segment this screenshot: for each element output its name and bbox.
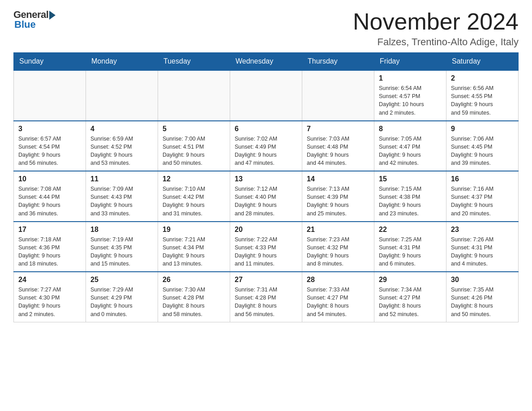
day-info: Sunrise: 7:29 AMSunset: 4:29 PMDaylight:… [90,286,153,318]
week-row-5: 24Sunrise: 7:27 AMSunset: 4:30 PMDayligh… [14,272,519,322]
calendar-cell: 22Sunrise: 7:25 AMSunset: 4:31 PMDayligh… [374,222,446,272]
day-number: 24 [18,276,81,284]
day-info: Sunrise: 7:34 AMSunset: 4:27 PMDaylight:… [379,286,442,318]
day-info: Sunrise: 6:56 AMSunset: 4:55 PMDaylight:… [451,84,514,117]
calendar-cell [158,70,230,121]
day-number: 2 [451,74,514,82]
calendar-cell: 5Sunrise: 7:00 AMSunset: 4:51 PMDaylight… [158,121,230,171]
calendar-cell: 27Sunrise: 7:31 AMSunset: 4:28 PMDayligh… [230,272,302,322]
day-info: Sunrise: 7:02 AMSunset: 4:49 PMDaylight:… [235,135,297,167]
day-number: 15 [379,175,442,183]
week-row-4: 17Sunrise: 7:18 AMSunset: 4:36 PMDayligh… [14,222,519,272]
location-subtitle: Falzes, Trentino-Alto Adige, Italy [353,36,519,48]
week-row-1: 1Sunrise: 6:54 AMSunset: 4:57 PMDaylight… [14,70,519,121]
calendar-cell: 19Sunrise: 7:21 AMSunset: 4:34 PMDayligh… [158,222,230,272]
column-header-wednesday: Wednesday [230,53,302,71]
calendar-cell: 12Sunrise: 7:10 AMSunset: 4:42 PMDayligh… [158,171,230,222]
page-header: General Blue November 2024 Falzes, Trent… [13,9,519,48]
column-header-saturday: Saturday [446,53,519,71]
calendar-cell: 28Sunrise: 7:33 AMSunset: 4:27 PMDayligh… [302,272,374,322]
week-row-3: 10Sunrise: 7:08 AMSunset: 4:44 PMDayligh… [14,171,519,222]
day-info: Sunrise: 7:30 AMSunset: 4:28 PMDaylight:… [163,286,225,318]
day-info: Sunrise: 7:06 AMSunset: 4:45 PMDaylight:… [451,135,514,167]
day-number: 29 [379,276,442,284]
day-number: 6 [235,125,297,133]
day-info: Sunrise: 7:19 AMSunset: 4:35 PMDaylight:… [90,235,153,268]
calendar-cell [14,70,86,121]
calendar-cell: 3Sunrise: 6:57 AMSunset: 4:54 PMDaylight… [14,121,86,171]
day-info: Sunrise: 7:12 AMSunset: 4:40 PMDaylight:… [235,185,297,218]
day-info: Sunrise: 7:10 AMSunset: 4:42 PMDaylight:… [163,185,225,218]
day-info: Sunrise: 7:15 AMSunset: 4:38 PMDaylight:… [379,185,442,218]
day-info: Sunrise: 7:35 AMSunset: 4:26 PMDaylight:… [451,286,514,318]
calendar-cell: 13Sunrise: 7:12 AMSunset: 4:40 PMDayligh… [230,171,302,222]
calendar-cell: 2Sunrise: 6:56 AMSunset: 4:55 PMDaylight… [446,70,519,121]
day-number: 22 [379,226,442,234]
logo: General Blue [13,9,56,30]
calendar-cell: 17Sunrise: 7:18 AMSunset: 4:36 PMDayligh… [14,222,86,272]
day-info: Sunrise: 7:26 AMSunset: 4:31 PMDaylight:… [451,235,514,268]
day-number: 27 [235,276,297,284]
day-number: 28 [307,276,369,284]
calendar-cell: 16Sunrise: 7:16 AMSunset: 4:37 PMDayligh… [446,171,519,222]
column-header-sunday: Sunday [14,53,86,71]
day-info: Sunrise: 6:54 AMSunset: 4:57 PMDaylight:… [379,84,442,117]
day-info: Sunrise: 7:23 AMSunset: 4:32 PMDaylight:… [307,235,369,268]
day-info: Sunrise: 7:27 AMSunset: 4:30 PMDaylight:… [18,286,81,318]
day-info: Sunrise: 7:09 AMSunset: 4:43 PMDaylight:… [90,185,153,218]
calendar-cell: 30Sunrise: 7:35 AMSunset: 4:26 PMDayligh… [446,272,519,322]
day-number: 20 [235,226,297,234]
day-number: 11 [90,175,153,183]
calendar-cell: 21Sunrise: 7:23 AMSunset: 4:32 PMDayligh… [302,222,374,272]
calendar-cell: 24Sunrise: 7:27 AMSunset: 4:30 PMDayligh… [14,272,86,322]
day-number: 10 [18,175,81,183]
calendar-cell [86,70,158,121]
calendar-cell: 11Sunrise: 7:09 AMSunset: 4:43 PMDayligh… [86,171,158,222]
day-number: 18 [90,226,153,234]
day-number: 12 [163,175,225,183]
column-header-thursday: Thursday [302,53,374,71]
day-number: 17 [18,226,81,234]
calendar-cell: 9Sunrise: 7:06 AMSunset: 4:45 PMDaylight… [446,121,519,171]
logo-blue-text: Blue [14,19,36,30]
day-number: 23 [451,226,514,234]
calendar-cell [230,70,302,121]
day-number: 14 [307,175,369,183]
day-info: Sunrise: 7:21 AMSunset: 4:34 PMDaylight:… [163,235,225,268]
day-info: Sunrise: 7:22 AMSunset: 4:33 PMDaylight:… [235,235,297,268]
day-number: 9 [451,125,514,133]
day-info: Sunrise: 7:08 AMSunset: 4:44 PMDaylight:… [18,185,81,218]
day-number: 5 [163,125,225,133]
day-number: 1 [379,74,442,82]
day-number: 19 [163,226,225,234]
day-number: 30 [451,276,514,284]
day-number: 7 [307,125,369,133]
logo-arrow-icon [49,11,56,20]
column-header-tuesday: Tuesday [158,53,230,71]
calendar-cell [302,70,374,121]
month-title: November 2024 [353,9,519,34]
day-info: Sunrise: 7:25 AMSunset: 4:31 PMDaylight:… [379,235,442,268]
day-number: 16 [451,175,514,183]
day-info: Sunrise: 6:57 AMSunset: 4:54 PMDaylight:… [18,135,81,167]
day-info: Sunrise: 7:33 AMSunset: 4:27 PMDaylight:… [307,286,369,318]
day-number: 3 [18,125,81,133]
day-info: Sunrise: 7:13 AMSunset: 4:39 PMDaylight:… [307,185,369,218]
week-row-2: 3Sunrise: 6:57 AMSunset: 4:54 PMDaylight… [14,121,519,171]
day-number: 26 [163,276,225,284]
day-info: Sunrise: 7:16 AMSunset: 4:37 PMDaylight:… [451,185,514,218]
calendar-cell: 26Sunrise: 7:30 AMSunset: 4:28 PMDayligh… [158,272,230,322]
calendar-cell: 8Sunrise: 7:05 AMSunset: 4:47 PMDaylight… [374,121,446,171]
calendar-header-row: SundayMondayTuesdayWednesdayThursdayFrid… [14,53,519,71]
day-number: 13 [235,175,297,183]
day-info: Sunrise: 7:00 AMSunset: 4:51 PMDaylight:… [163,135,225,167]
calendar-cell: 25Sunrise: 7:29 AMSunset: 4:29 PMDayligh… [86,272,158,322]
calendar-cell: 18Sunrise: 7:19 AMSunset: 4:35 PMDayligh… [86,222,158,272]
calendar-cell: 23Sunrise: 7:26 AMSunset: 4:31 PMDayligh… [446,222,519,272]
column-header-friday: Friday [374,53,446,71]
day-info: Sunrise: 6:59 AMSunset: 4:52 PMDaylight:… [90,135,153,167]
calendar-cell: 6Sunrise: 7:02 AMSunset: 4:49 PMDaylight… [230,121,302,171]
day-info: Sunrise: 7:31 AMSunset: 4:28 PMDaylight:… [235,286,297,318]
day-number: 21 [307,226,369,234]
calendar-cell: 15Sunrise: 7:15 AMSunset: 4:38 PMDayligh… [374,171,446,222]
